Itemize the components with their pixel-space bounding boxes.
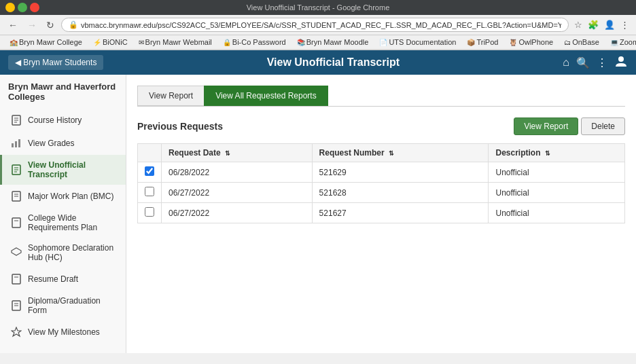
svg-rect-5 (12, 143, 14, 147)
bookmark-owlphone[interactable]: 🦉 OwlPhone (505, 37, 557, 47)
col-request-date[interactable]: Request Date ⇅ (162, 144, 313, 162)
address-bar[interactable]: 🔒 (61, 18, 569, 32)
unofficial-transcript-icon (10, 164, 22, 176)
bookmark-moodle[interactable]: 📚 Bryn Mawr Moodle (293, 37, 373, 47)
row-checkbox[interactable] (145, 207, 154, 217)
extensions-icon[interactable]: 🧩 (586, 18, 600, 31)
user-button[interactable] (614, 54, 628, 71)
settings-icon[interactable]: ⋮ (619, 18, 631, 31)
more-options-button[interactable]: ⋮ (597, 56, 607, 69)
back-to-students-button[interactable]: ◀ Bryn Mawr Students (8, 55, 103, 70)
bookmark-label: OwlPhone (518, 38, 553, 46)
browser-chrome: View Unofficial Transcript - Google Chro… (0, 0, 636, 50)
bookmark-favicon: ✉ (139, 39, 144, 46)
major-work-plan-icon (10, 190, 22, 202)
sidebar-item-college-wide[interactable]: College Wide Requirements Plan (0, 208, 126, 238)
url-input[interactable] (81, 21, 561, 29)
col-description[interactable]: Description ⇅ (489, 144, 625, 162)
tab-view-report[interactable]: View Report (137, 86, 205, 106)
bookmark-brynmawr[interactable]: 🏫 Bryn Mawr College (5, 37, 86, 47)
toolbar-icons: ☆ 🧩 👤 ⋮ (573, 18, 631, 31)
table-row: 06/27/2022521628Unofficial (138, 183, 625, 203)
col-label: Request Number (319, 148, 385, 158)
maximize-btn[interactable] (18, 3, 27, 12)
svg-rect-17 (12, 274, 20, 284)
sidebar: Bryn Mawr and Haverford Colleges Course … (0, 75, 126, 353)
profile-icon[interactable]: 👤 (603, 18, 616, 31)
sidebar-item-course-history[interactable]: Course History (0, 109, 126, 132)
college-wide-icon (10, 217, 22, 229)
search-button[interactable]: 🔍 (576, 56, 590, 69)
row-checkbox[interactable] (145, 166, 154, 176)
tab-title: View Unofficial Transcript - Google Chro… (39, 3, 597, 12)
bookmark-webmail[interactable]: ✉ Bryn Mawr Webmail (135, 37, 216, 47)
browser-titlebar: View Unofficial Transcript - Google Chro… (0, 0, 636, 15)
sort-icon: ⇅ (545, 150, 550, 157)
bookmark-favicon: 🏫 (10, 39, 18, 46)
forward-button[interactable]: → (24, 18, 39, 32)
bookmarks-bar: 🏫 Bryn Mawr College ⚡ BiONiC ✉ Bryn Mawr… (0, 35, 636, 50)
bookmark-bionic[interactable]: ⚡ BiONiC (89, 37, 132, 47)
col-checkbox (138, 144, 162, 162)
sidebar-item-sophomore-hub[interactable]: Sophomore Declaration Hub (HC) (0, 238, 126, 268)
row-checkbox-cell (138, 203, 162, 223)
bookmark-onbase[interactable]: 🗂 OnBase (560, 37, 603, 47)
svg-rect-15 (12, 218, 20, 228)
section-title: Previous Requests (137, 121, 223, 132)
cell-description: Unofficial (489, 183, 625, 203)
bookmark-label: BiONiC (103, 38, 128, 46)
table-row: 06/27/2022521627Unofficial (138, 203, 625, 223)
sidebar-label: View Grades (28, 139, 74, 148)
back-button[interactable]: ← (5, 18, 20, 32)
sort-icon: ⇅ (389, 150, 394, 157)
delete-button[interactable]: Delete (581, 117, 625, 135)
home-button[interactable]: ⌂ (563, 56, 569, 69)
sort-icon: ⇅ (225, 150, 230, 157)
course-history-icon (10, 114, 22, 126)
bookmark-favicon: 📚 (297, 39, 305, 46)
minimize-btn[interactable] (5, 3, 15, 12)
row-checkbox-cell (138, 183, 162, 203)
cell-request-number: 521627 (312, 203, 489, 223)
sidebar-item-unofficial-transcript[interactable]: View Unofficial Transcript (0, 155, 126, 185)
svg-rect-7 (18, 139, 20, 147)
bookmark-label: OnBase (572, 38, 599, 46)
nav-right-icons: ⌂ 🔍 ⋮ (563, 54, 628, 71)
sidebar-item-major-work-plan[interactable]: Major Work Plan (BMC) (0, 185, 126, 208)
bookmark-icon[interactable]: ☆ (573, 18, 584, 31)
svg-point-0 (618, 56, 624, 62)
sidebar-label: View Unofficial Transcript (28, 160, 118, 179)
bookmark-label: Bryn Mawr Moodle (306, 38, 369, 46)
main-layout: Bryn Mawr and Haverford Colleges Course … (0, 75, 636, 353)
svg-rect-6 (15, 141, 17, 147)
page-title: View Unofficial Transcript (110, 56, 556, 69)
sophomore-hub-icon (10, 247, 22, 259)
row-checkbox-cell (138, 162, 162, 183)
bookmark-password[interactable]: 🔒 Bi-Co Password (219, 37, 290, 47)
bookmark-favicon: 💻 (610, 39, 618, 46)
diploma-form-icon (10, 299, 22, 312)
col-label: Description (495, 148, 540, 158)
action-buttons: View Report Delete (514, 117, 625, 135)
main-content: View Report View All Requested Reports P… (126, 75, 636, 353)
row-checkbox[interactable] (145, 187, 154, 196)
bookmark-label: Zoom (620, 38, 636, 46)
tab-view-all-reports[interactable]: View All Requested Reports (204, 86, 328, 106)
col-request-number[interactable]: Request Number ⇅ (312, 144, 489, 162)
bookmark-label: Bryn Mawr Webmail (145, 38, 212, 46)
sidebar-item-milestones[interactable]: View My Milestones (0, 321, 126, 344)
top-nav: ◀ Bryn Mawr Students View Unofficial Tra… (0, 50, 636, 75)
bookmark-zoom[interactable]: 💻 Zoom (606, 37, 636, 47)
reload-button[interactable]: ↻ (43, 18, 57, 32)
bookmark-favicon: 📦 (467, 39, 475, 46)
sidebar-label: Diploma/Graduation Form (28, 296, 118, 315)
sidebar-item-view-grades[interactable]: View Grades (0, 132, 126, 155)
app-wrapper: ◀ Bryn Mawr Students View Unofficial Tra… (0, 50, 636, 353)
sidebar-item-diploma-form[interactable]: Diploma/Graduation Form (0, 291, 126, 321)
cell-description: Unofficial (489, 203, 625, 223)
bookmark-uts[interactable]: 📄 UTS Documentation (375, 37, 460, 47)
view-report-button[interactable]: View Report (514, 117, 578, 135)
bookmark-tripod[interactable]: 📦 TriPod (463, 37, 502, 47)
sidebar-item-resume-draft[interactable]: Resume Draft (0, 268, 126, 291)
close-btn[interactable] (30, 3, 39, 12)
